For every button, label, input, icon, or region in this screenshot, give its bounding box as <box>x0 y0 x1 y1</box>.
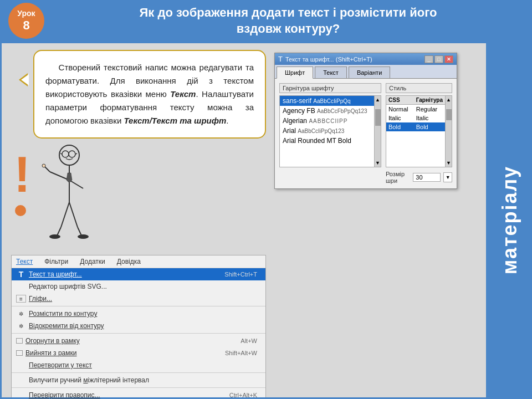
svg-point-15 <box>49 234 60 239</box>
menu-bar-item-help[interactable]: Довідка <box>115 257 142 267</box>
style-item-normal[interactable]: Normal <box>386 105 414 114</box>
dialog-title-area: T Текст та шрифт... (Shift+Ctrl+T) <box>278 55 372 63</box>
menu-item-label: Перетворити у текст <box>29 361 92 369</box>
separator-1 <box>12 306 265 306</box>
tab-text[interactable]: Текст <box>315 66 347 78</box>
menu-item-shortcut: Shift+Alt+W <box>225 350 257 356</box>
menu-item-glyphs[interactable]: ≡ Гліфи... <box>12 293 265 305</box>
font-item-sans-serif[interactable]: sans-serif AaBbCcIiPpQq <box>280 96 374 106</box>
stick-figure-svg <box>36 139 97 249</box>
svg-point-16 <box>78 234 89 239</box>
dialog-maximize-btn[interactable]: □ <box>434 55 443 63</box>
dialog-titlebar: T Текст та шрифт... (Shift+Ctrl+T) _ □ ✕ <box>275 53 457 65</box>
dialog-minimize-btn[interactable]: _ <box>424 55 433 63</box>
dialog-close-btn[interactable]: ✕ <box>444 55 453 63</box>
menu-bar-item-addons[interactable]: Додатки <box>78 257 107 267</box>
style-list-wrapper: CSS Normal Italic Bold Гарнітура Regular… <box>386 95 452 167</box>
svg-point-17 <box>42 164 45 167</box>
tab-variants[interactable]: Варіанти <box>349 66 390 78</box>
menu-item-svg-editor[interactable]: Редактор шрифтів SVG... <box>12 280 265 293</box>
lesson-badge: Урок 8 <box>8 3 44 39</box>
menu-item-shortcut: Alt+W <box>241 337 257 344</box>
menu-bar: Текст Фільтри Додатки Довідка <box>12 255 265 268</box>
stick-figure <box>36 139 97 249</box>
menu-item-text-font[interactable]: T Текст та шрифт... Shift+Ctrl+T <box>12 268 265 280</box>
style-item-bold[interactable]: Bold <box>386 122 414 131</box>
size-input[interactable] <box>413 173 441 182</box>
font-section: Гарнітура шрифту sans-serif AaBbCcIiPpQq… <box>279 83 381 184</box>
detach-icon: ✲ <box>16 322 26 330</box>
menu-bar-item-text[interactable]: Текст <box>14 257 34 267</box>
svg-line-9 <box>44 166 50 172</box>
menu-item-place-on-path[interactable]: ✲ Розмістити по контуру <box>12 308 265 320</box>
style-name-bold[interactable]: Bold <box>414 122 445 131</box>
menu-item-remove-kerning[interactable]: Вилучити ручний міжлітерний інтервал <box>12 374 265 386</box>
font-list-wrapper: sans-serif AaBbCcIiPpQq Agency FB AaBbCc… <box>279 95 381 167</box>
separator-2 <box>12 333 265 334</box>
glyph-icon: ≡ <box>16 295 26 303</box>
separator-3 <box>12 372 265 373</box>
menu-item-label: Вийняти з рамки <box>25 349 76 357</box>
menu-item-label: Перевірити правопис... <box>29 391 100 399</box>
svg-line-14 <box>78 227 81 236</box>
style-col-name-header: Гарнітура <box>414 96 445 105</box>
menu-item-label: Вилучити ручний міжлітерний інтервал <box>29 376 149 384</box>
lesson-number: 8 <box>23 18 29 33</box>
separator-4 <box>12 387 265 388</box>
svg-line-3 <box>60 154 62 154</box>
side-text-panel: матеріалу <box>488 42 532 399</box>
character-area: ! <box>11 144 266 249</box>
font-list-scrollbar[interactable]: ▲ ▼ <box>374 96 381 167</box>
header-title: Як до зображення додати текст і розмісти… <box>44 5 532 37</box>
path-icon: ✲ <box>16 310 26 318</box>
bubble-bold-1: Текст <box>170 89 196 99</box>
style-item-italic[interactable]: Italic <box>386 114 414 122</box>
menu-item-shortcut: Shift+Ctrl+T <box>224 271 257 278</box>
left-column: Створений текстовий напис можна редагува… <box>11 50 266 393</box>
menu-item-wrap-in-frame[interactable]: Огорнути в рамку Alt+W <box>12 335 265 347</box>
svg-line-12 <box>57 227 61 236</box>
font-item-agency[interactable]: Agency FB AaBbCcFbPpQq123 <box>280 106 374 116</box>
menu-item-convert-to-text[interactable]: Перетворити у текст <box>12 359 265 371</box>
style-list[interactable]: CSS Normal Italic Bold Гарнітура Regular… <box>386 96 445 167</box>
svg-icon <box>16 283 26 290</box>
menu-item-remove-from-frame[interactable]: Вийняти з рамки Shift+Alt+W <box>12 347 265 359</box>
dialog-window: T Текст та шрифт... (Shift+Ctrl+T) _ □ ✕… <box>274 53 457 189</box>
font-item-algerian[interactable]: Algerian AABBCCІІРР <box>280 116 374 126</box>
style-list-scrollbar[interactable]: ▲ ▼ <box>445 96 452 167</box>
dialog-tabs: Шрифт Текст Варіанти <box>275 65 457 79</box>
menu-item-label: Огорнути в рамку <box>25 337 80 345</box>
menu-item-label: Відокремити від контуру <box>29 322 104 330</box>
side-text: матеріалу <box>498 166 521 274</box>
tab-font[interactable]: Шрифт <box>277 66 313 79</box>
style-scrollbar-thumb <box>446 109 452 120</box>
menu-item-spellcheck[interactable]: Перевірити правопис... Ctrl+Alt+K <box>12 389 265 399</box>
font-list[interactable]: sans-serif AaBbCcIiPpQq Agency FB AaBbCc… <box>280 96 374 167</box>
dialog-controls: _ □ ✕ <box>424 55 453 63</box>
style-col-css-header: CSS <box>386 96 414 105</box>
menu-item-label: Текст та шрифт... <box>29 270 82 278</box>
style-name-italic[interactable]: Italic <box>414 114 445 122</box>
svg-line-13 <box>69 202 78 227</box>
menu-item-label: Редактор шрифтів SVG... <box>29 283 107 290</box>
remove-frame-icon <box>16 350 23 356</box>
menu-item-label: Гліфи... <box>29 295 52 303</box>
dot-decoration <box>15 205 26 216</box>
dialog-body: Гарнітура шрифту sans-serif AaBbCcIiPpQq… <box>275 79 457 188</box>
font-item-arial-rounded[interactable]: Arial Rounded MT Bold <box>280 136 374 146</box>
style-col-css: CSS Normal Italic Bold <box>386 96 414 131</box>
exclamation-mark: ! <box>14 150 30 200</box>
convert-icon <box>16 361 26 369</box>
menu-item-shortcut: Ctrl+Alt+K <box>229 392 257 398</box>
style-name-regular[interactable]: Regular <box>414 105 445 114</box>
spell-icon <box>16 391 26 399</box>
svg-line-8 <box>50 172 69 180</box>
lesson-label: Урок <box>17 9 35 18</box>
size-dropdown[interactable]: ▼ <box>443 172 452 182</box>
menu-item-detach-from-path[interactable]: ✲ Відокремити від контуру <box>12 320 265 332</box>
size-label: Розмір шри <box>386 171 410 184</box>
menu-bar-item-filters[interactable]: Фільтри <box>43 257 70 267</box>
font-item-arial[interactable]: Arial AaBbCcIiPpQq123 <box>280 126 374 136</box>
svg-line-11 <box>61 202 69 227</box>
kerning-icon <box>16 376 26 384</box>
